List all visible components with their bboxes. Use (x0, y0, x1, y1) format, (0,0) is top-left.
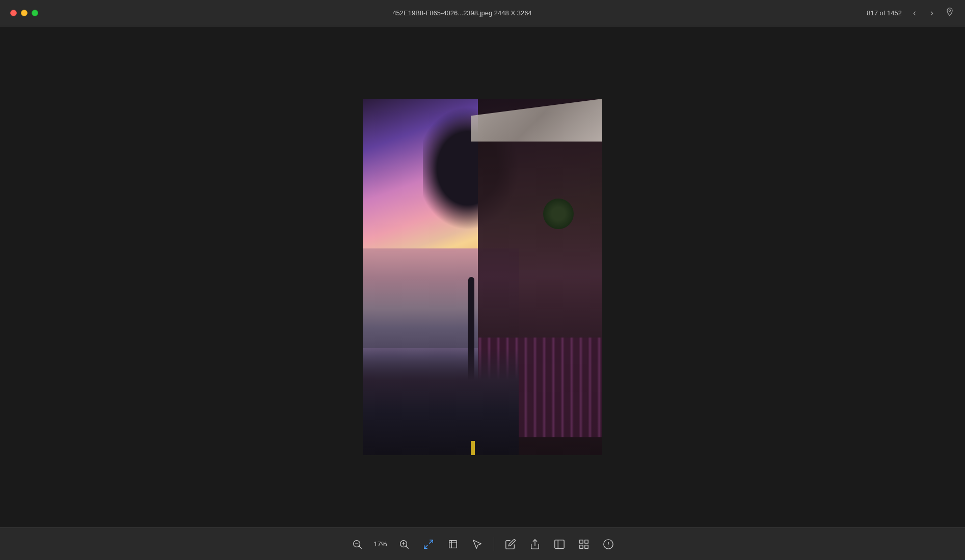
minimize-button[interactable] (21, 10, 28, 16)
svg-rect-14 (554, 540, 564, 548)
traffic-lights (10, 10, 71, 16)
svg-rect-19 (584, 545, 587, 548)
prev-arrow-button[interactable]: ‹ (910, 6, 919, 20)
titlebar-right: 817 of 1452 ‹ › (853, 6, 955, 20)
zoom-in-button[interactable] (394, 534, 414, 554)
bottom-toolbar: 17% (0, 527, 965, 560)
svg-rect-10 (449, 540, 457, 548)
photo-container (0, 26, 965, 527)
photo (363, 99, 602, 455)
crop-button[interactable] (443, 534, 463, 554)
maximize-button[interactable] (32, 10, 38, 16)
window-title: 452E19B8-F865-4026...2398.jpeg 2448 X 32… (71, 9, 853, 17)
sidebar-toggle-button[interactable] (549, 534, 570, 554)
info-button[interactable] (598, 534, 619, 554)
photo-frame (363, 26, 602, 527)
rocks (363, 348, 519, 455)
titlebar: 452E19B8-F865-4026...2398.jpeg 2448 X 32… (0, 0, 965, 26)
svg-line-3 (359, 546, 361, 548)
image-viewer (0, 26, 965, 527)
svg-rect-16 (579, 540, 582, 543)
next-arrow-button[interactable]: › (927, 6, 936, 20)
svg-rect-18 (579, 545, 582, 548)
fit-screen-button[interactable] (418, 534, 439, 554)
svg-line-7 (406, 546, 408, 548)
svg-point-0 (949, 10, 950, 11)
zoom-percent-label: 17% (371, 540, 390, 548)
selection-button[interactable] (467, 534, 488, 554)
yellow-stripe (471, 441, 475, 455)
svg-rect-17 (584, 540, 587, 543)
toolbar-divider-1 (494, 537, 494, 551)
hanging-plant (543, 199, 574, 229)
markup-button[interactable] (500, 534, 521, 554)
grid-view-button[interactable] (574, 534, 594, 554)
pin-icon[interactable] (945, 7, 955, 19)
zoom-out-button[interactable] (347, 534, 367, 554)
svg-line-9 (424, 545, 427, 548)
share-button[interactable] (525, 534, 545, 554)
filename-label: 452E19B8-F865-4026...2398.jpeg 2448 X 32… (392, 9, 531, 17)
close-button[interactable] (10, 10, 17, 16)
image-counter: 817 of 1452 (867, 9, 902, 17)
svg-line-8 (429, 540, 432, 543)
